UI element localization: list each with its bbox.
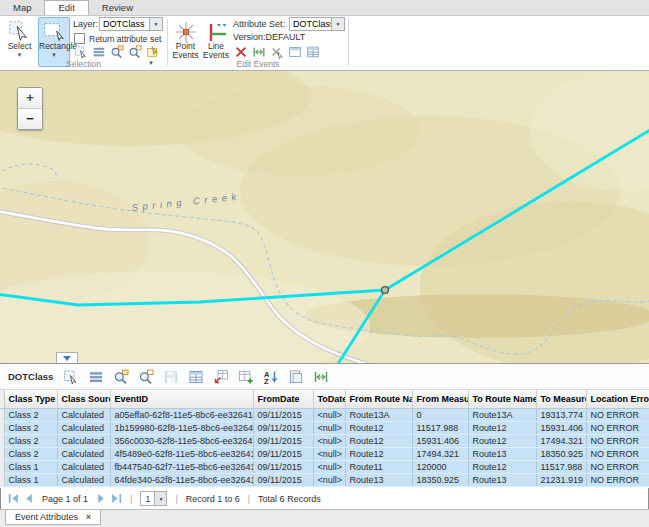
pan-to-selected-icon[interactable] (128, 45, 142, 59)
column-header[interactable]: To Measure (536, 390, 586, 409)
last-page-button[interactable] (111, 493, 122, 504)
map-viewport[interactable]: Spring Creek + − (0, 71, 649, 363)
table-row[interactable]: Class 2Calculated356c0030-62f8-11e5-8bc6… (0, 435, 649, 448)
cell: 09/11/2015 (253, 409, 313, 422)
close-tab-icon[interactable]: × (86, 512, 91, 522)
cell: Class 2 (4, 435, 57, 448)
event-window-icon[interactable] (288, 45, 302, 59)
show-list-icon[interactable] (92, 45, 106, 59)
cell: 64fde340-62f8-11e5-8bc6-ee32641d5ec9 (110, 474, 253, 487)
attribute-set-combobox-arrow-icon[interactable]: ▼ (331, 18, 344, 30)
cell: Class 2 (4, 409, 57, 422)
select-features-icon[interactable] (74, 45, 88, 59)
cell: Route11 (345, 461, 412, 474)
attribute-toolbar-icons: AZ (63, 369, 329, 385)
cell: 0 (412, 409, 468, 422)
layer-combobox-arrow-icon[interactable]: ▼ (149, 18, 162, 30)
table-row[interactable]: Class 1Calculatedfb447540-62f7-11e5-8bc6… (0, 461, 649, 474)
column-header[interactable]: From Measure (412, 390, 468, 409)
return-attribute-set-checkbox[interactable] (74, 33, 85, 44)
ribbon: Select ▼ Rectangle ▼ Layer: DOTClass ▼ R… (0, 16, 649, 71)
column-header[interactable]: EventID (110, 390, 253, 409)
zoom-in-button[interactable]: + (18, 88, 42, 108)
cell: <null> (313, 474, 345, 487)
point-events-label: Point Events (172, 42, 199, 60)
svg-text:Z: Z (264, 377, 269, 385)
cell: fb447540-62f7-11e5-8bc6-ee32641d5ec9 (110, 461, 253, 474)
attribute-panel-toolbar: DOTClass AZ (0, 363, 649, 390)
delete-event-icon[interactable] (234, 45, 248, 59)
select-dropdown-caret-icon[interactable]: ▼ (4, 52, 35, 58)
select-records-icon[interactable] (63, 369, 79, 385)
measure-range-icon[interactable] (252, 45, 266, 59)
ribbon-separator (348, 19, 349, 66)
attribute-set-label: Attribute Set: (233, 17, 285, 31)
sort-records-icon[interactable]: AZ (263, 369, 279, 385)
record-range-indicator: Record 1 to 6 (186, 494, 240, 504)
page-number-arrow-icon[interactable]: ▼ (154, 492, 166, 505)
add-record-icon[interactable] (238, 369, 254, 385)
column-header[interactable]: From Route Name (345, 390, 412, 409)
save-edits-icon[interactable] (163, 369, 179, 385)
cell: NO ERROR (586, 409, 649, 422)
selectable-layers-icon[interactable] (146, 45, 160, 59)
zoom-to-record-icon[interactable] (113, 369, 129, 385)
edit-events-group-label: Edit Events (168, 59, 348, 69)
column-header[interactable]: Class Type (4, 390, 57, 409)
rectangle-dropdown-caret-icon[interactable]: ▼ (39, 52, 69, 58)
layer-combobox-value: DOTClass (100, 19, 149, 29)
attribute-set-combobox[interactable]: DOTClass ▼ (289, 17, 345, 31)
open-report-icon[interactable] (288, 369, 304, 385)
first-page-button[interactable] (8, 493, 19, 504)
table-row[interactable]: Class 1Calculated64fde340-62f8-11e5-8bc6… (0, 474, 649, 487)
selection-group-label: Selection (0, 59, 167, 69)
cell: Calculated (57, 461, 110, 474)
remove-vertex-icon[interactable] (270, 45, 284, 59)
zoom-to-selected-icon[interactable] (110, 45, 124, 59)
column-header[interactable]: ToDate (313, 390, 345, 409)
cell: NO ERROR (586, 422, 649, 435)
rectangle-select-icon (42, 20, 66, 42)
column-header[interactable]: To Route Name (468, 390, 536, 409)
cell: 09/11/2015 (253, 474, 313, 487)
measure-range-icon[interactable] (313, 369, 329, 385)
cell: NO ERROR (586, 448, 649, 461)
zoom-out-button[interactable]: − (18, 108, 42, 129)
pan-to-record-icon[interactable] (138, 369, 154, 385)
column-header[interactable]: Class Source (57, 390, 110, 409)
column-header[interactable]: Location Error (586, 390, 649, 409)
collapse-table-button[interactable] (56, 352, 78, 363)
table-row[interactable]: Class 2Calculateda05effa0-62f8-11e5-8bc6… (0, 409, 649, 422)
page-number-combobox[interactable]: 1 ▼ (140, 491, 167, 506)
point-events-icon (174, 20, 198, 42)
attribute-grid-icon[interactable] (188, 369, 204, 385)
cell: <null> (313, 448, 345, 461)
next-page-button[interactable] (96, 493, 107, 504)
ribbon-tab-bar: Map Edit Review (0, 0, 649, 16)
terrain-shading (0, 71, 649, 363)
cell: 09/11/2015 (253, 461, 313, 474)
rectangle-tool-label: Rectangle (39, 42, 69, 51)
column-header[interactable]: FromDate (253, 390, 313, 409)
cell: <null> (313, 422, 345, 435)
previous-page-button[interactable] (23, 493, 34, 504)
route-junction-marker[interactable] (382, 287, 389, 294)
attribute-panel-title: DOTClass (8, 371, 53, 382)
tab-review[interactable]: Review (89, 0, 146, 15)
cell: 21231.919 (536, 474, 586, 487)
event-grid-icon[interactable] (306, 45, 320, 59)
layer-combobox[interactable]: DOTClass ▼ (99, 17, 163, 31)
attribute-table-area[interactable]: Class TypeClass SourceEventIDFromDateToD… (0, 390, 649, 488)
tab-map[interactable]: Map (0, 0, 44, 15)
attribute-table: Class TypeClass SourceEventIDFromDateToD… (0, 390, 649, 487)
table-row[interactable]: Class 2Calculated4f5489e0-62f8-11e5-8bc6… (0, 448, 649, 461)
tab-event-attributes[interactable]: Event Attributes × (5, 510, 101, 525)
table-row[interactable]: Class 2Calculated1b159980-62f8-11e5-8bc6… (0, 422, 649, 435)
delete-record-icon[interactable] (213, 369, 229, 385)
tab-edit[interactable]: Edit (44, 0, 88, 15)
cell: Class 2 (4, 422, 57, 435)
cell: Class 1 (4, 461, 57, 474)
map-canvas[interactable]: Spring Creek (0, 71, 649, 363)
page-indicator: Page 1 of 1 (42, 494, 88, 504)
show-all-records-icon[interactable] (88, 369, 104, 385)
